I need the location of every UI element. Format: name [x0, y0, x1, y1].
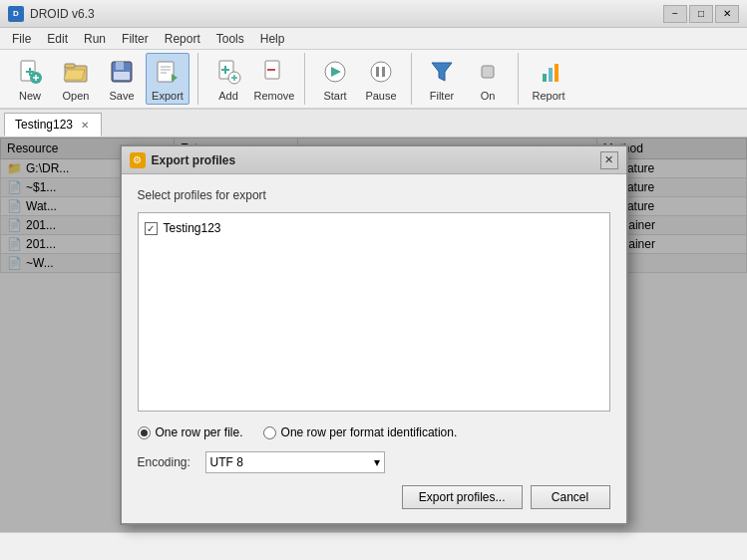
toolbar: New Open Save: [0, 50, 747, 110]
radio-circle-format[interactable]: [263, 426, 276, 439]
menu-tools[interactable]: Tools: [208, 30, 252, 48]
modal-footer: Export profiles... Cancel: [138, 485, 610, 509]
maximize-button[interactable]: □: [689, 5, 713, 23]
radio-one-row-per-format[interactable]: One row per format identification.: [263, 425, 458, 439]
menu-help[interactable]: Help: [252, 30, 293, 48]
menu-edit[interactable]: Edit: [39, 30, 76, 48]
toolbar-open-button[interactable]: Open: [54, 53, 98, 105]
radio-label-file: One row per file.: [156, 425, 243, 439]
new-icon: [14, 56, 46, 88]
toolbar-save-label: Save: [109, 90, 134, 102]
close-button[interactable]: ✕: [715, 5, 739, 23]
toolbar-start-button[interactable]: Start: [313, 53, 357, 105]
toolbar-on-button[interactable]: On: [466, 53, 510, 105]
svg-rect-12: [158, 62, 174, 82]
tab-testing123[interactable]: Testing123 ✕: [4, 113, 102, 137]
svg-rect-28: [376, 67, 379, 77]
on-icon: [472, 56, 504, 88]
toolbar-pause-label: Pause: [365, 90, 396, 102]
encoding-label: Encoding:: [138, 455, 197, 469]
toolbar-group-run: Start Pause: [313, 53, 412, 105]
toolbar-report-label: Report: [532, 90, 564, 102]
menu-filter[interactable]: Filter: [114, 30, 157, 48]
encoding-row: Encoding: UTF 8 ▾: [138, 451, 610, 473]
profile-label: Testing123: [164, 221, 221, 235]
toolbar-group-edit: Add Remove: [206, 53, 305, 105]
menu-report[interactable]: Report: [157, 30, 208, 48]
toolbar-open-label: Open: [63, 90, 90, 102]
profile-item: Testing123: [145, 219, 603, 237]
svg-rect-11: [114, 72, 130, 80]
toolbar-on-label: On: [481, 90, 496, 102]
toolbar-group-report: Report: [527, 53, 578, 105]
encoding-dropdown[interactable]: UTF 8 ▾: [205, 451, 385, 473]
svg-rect-32: [543, 74, 547, 82]
profile-checkbox-testing123[interactable]: [145, 222, 158, 235]
modal-body: Select profiles for export Testing123 On…: [122, 174, 626, 523]
modal-gear-icon: ⚙: [130, 152, 146, 168]
toolbar-filter-button[interactable]: Filter: [420, 53, 464, 105]
tab-close-button[interactable]: ✕: [79, 119, 91, 132]
remove-icon: [258, 56, 290, 88]
radio-label-format: One row per format identification.: [281, 425, 458, 439]
toolbar-remove-button[interactable]: Remove: [252, 53, 296, 105]
start-icon: [319, 56, 351, 88]
encoding-value: UTF 8: [210, 455, 243, 469]
filter-icon: [426, 56, 458, 88]
toolbar-start-label: Start: [323, 90, 346, 102]
svg-rect-31: [482, 66, 494, 78]
modal-close-button[interactable]: ✕: [600, 151, 618, 169]
menu-run[interactable]: Run: [76, 30, 114, 48]
toolbar-remove-label: Remove: [254, 90, 295, 102]
toolbar-export-button[interactable]: Export: [146, 53, 189, 105]
modal-overlay: ⚙ Export profiles ✕ Select profiles for …: [0, 138, 747, 532]
tab-label: Testing123: [15, 118, 73, 132]
toolbar-add-button[interactable]: Add: [206, 53, 250, 105]
report-icon: [533, 56, 564, 88]
cancel-button[interactable]: Cancel: [531, 485, 610, 509]
app-icon: D: [8, 6, 24, 22]
add-icon: [212, 56, 244, 88]
svg-rect-33: [549, 68, 553, 82]
toolbar-group-filter: Filter On: [420, 53, 519, 105]
svg-rect-34: [555, 64, 559, 82]
modal-title-left: ⚙ Export profiles: [130, 152, 236, 168]
title-bar-controls: − □ ✕: [663, 5, 739, 23]
svg-marker-30: [432, 63, 452, 81]
menu-file[interactable]: File: [4, 30, 39, 48]
pause-icon: [365, 56, 397, 88]
app-title: DROID v6.3: [30, 7, 95, 21]
main-content: Resource Exten... Method 📁G:\DR... /473 …: [0, 138, 747, 532]
toolbar-pause-button[interactable]: Pause: [359, 53, 403, 105]
save-icon: [106, 56, 138, 88]
export-icon: [152, 56, 184, 88]
svg-marker-8: [64, 70, 85, 80]
toolbar-new-button[interactable]: New: [8, 53, 52, 105]
tab-bar: Testing123 ✕: [0, 110, 747, 138]
modal-subtitle: Select profiles for export: [138, 188, 610, 202]
toolbar-save-button[interactable]: Save: [100, 53, 144, 105]
toolbar-filter-label: Filter: [430, 90, 454, 102]
open-icon: [60, 56, 92, 88]
status-bar: [0, 532, 747, 560]
app-icon-text: D: [13, 9, 19, 18]
profiles-list: Testing123: [138, 212, 610, 412]
toolbar-group-file: New Open Save: [8, 53, 198, 105]
title-bar: D DROID v6.3 − □ ✕: [0, 0, 747, 28]
toolbar-report-button[interactable]: Report: [527, 53, 570, 105]
radio-options: One row per file. One row per format ide…: [138, 425, 610, 439]
toolbar-add-label: Add: [218, 90, 238, 102]
svg-rect-29: [382, 67, 385, 77]
svg-rect-7: [65, 64, 75, 68]
radio-one-row-per-file[interactable]: One row per file.: [138, 425, 243, 439]
svg-marker-16: [172, 74, 178, 82]
toolbar-export-label: Export: [152, 90, 184, 102]
toolbar-new-label: New: [19, 90, 41, 102]
export-profiles-button[interactable]: Export profiles...: [402, 485, 523, 509]
minimize-button[interactable]: −: [663, 5, 687, 23]
svg-rect-10: [116, 62, 124, 70]
radio-circle-file[interactable]: [138, 426, 151, 439]
menu-bar: File Edit Run Filter Report Tools Help: [0, 28, 747, 50]
encoding-dropdown-arrow: ▾: [374, 455, 380, 469]
title-bar-left: D DROID v6.3: [8, 6, 95, 22]
